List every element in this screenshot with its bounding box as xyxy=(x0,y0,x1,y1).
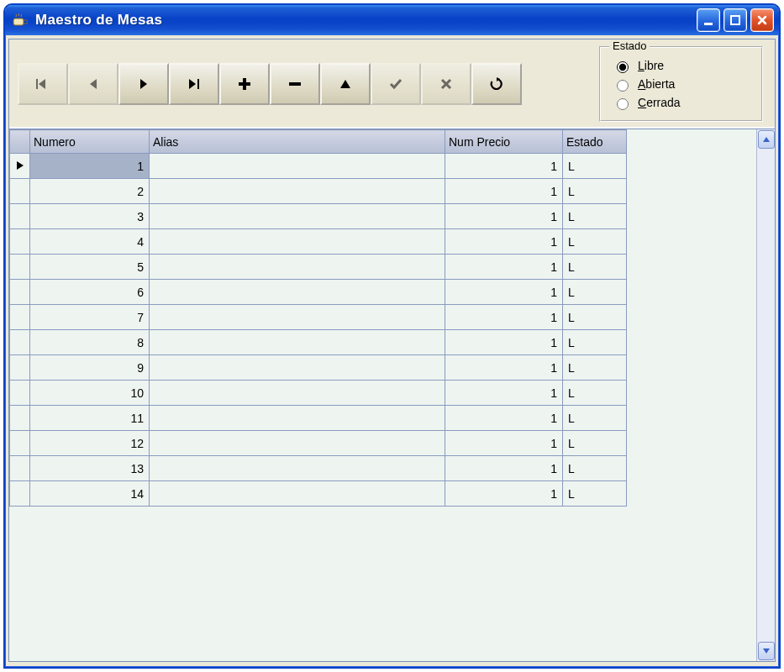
table-row[interactable]: 51L xyxy=(10,255,627,280)
cell-numero[interactable]: 1 xyxy=(30,154,150,179)
add-button[interactable] xyxy=(219,63,270,105)
cell-estado[interactable]: L xyxy=(563,305,627,330)
cell-alias[interactable] xyxy=(150,204,445,229)
row-indicator[interactable] xyxy=(10,204,30,229)
cell-numero[interactable]: 6 xyxy=(30,280,150,305)
first-button[interactable] xyxy=(18,63,68,105)
cell-numero[interactable]: 11 xyxy=(30,406,150,431)
cell-num_precio[interactable]: 1 xyxy=(445,481,563,507)
cell-alias[interactable] xyxy=(150,229,445,255)
cell-estado[interactable]: L xyxy=(563,381,627,406)
cell-alias[interactable] xyxy=(150,179,445,204)
remove-button[interactable] xyxy=(270,63,320,105)
cell-numero[interactable]: 7 xyxy=(30,305,150,330)
cell-numero[interactable]: 8 xyxy=(30,330,150,355)
cell-numero[interactable]: 3 xyxy=(30,204,150,229)
cell-num_precio[interactable]: 1 xyxy=(445,330,563,355)
row-indicator[interactable] xyxy=(10,406,30,431)
estado-radio-l[interactable] xyxy=(617,61,629,73)
row-indicator[interactable] xyxy=(10,154,30,179)
refresh-button[interactable] xyxy=(471,63,522,105)
confirm-button[interactable] xyxy=(371,63,421,105)
cell-alias[interactable] xyxy=(150,330,445,355)
cell-alias[interactable] xyxy=(150,280,445,305)
cell-num_precio[interactable]: 1 xyxy=(445,305,563,330)
cell-estado[interactable]: L xyxy=(563,456,627,481)
table-row[interactable]: 71L xyxy=(10,305,627,330)
table-row[interactable]: 101L xyxy=(10,381,627,406)
cell-estado[interactable]: L xyxy=(563,355,627,381)
row-indicator[interactable] xyxy=(10,456,30,481)
cell-alias[interactable] xyxy=(150,255,445,280)
cell-num_precio[interactable]: 1 xyxy=(445,431,563,456)
cell-estado[interactable]: L xyxy=(563,481,627,507)
cell-num_precio[interactable]: 1 xyxy=(445,229,563,255)
row-indicator[interactable] xyxy=(10,280,30,305)
close-button[interactable] xyxy=(750,8,774,32)
cancel-button[interactable] xyxy=(421,63,471,105)
cell-alias[interactable] xyxy=(150,456,445,481)
cell-numero[interactable]: 2 xyxy=(30,179,150,204)
header-estado[interactable]: Estado xyxy=(563,130,627,154)
cell-numero[interactable]: 13 xyxy=(30,456,150,481)
header-alias[interactable]: Alias xyxy=(150,130,445,154)
cell-alias[interactable] xyxy=(150,431,445,456)
last-button[interactable] xyxy=(169,63,219,105)
next-button[interactable] xyxy=(118,63,169,105)
maximize-button[interactable] xyxy=(723,8,747,32)
cell-num_precio[interactable]: 1 xyxy=(445,179,563,204)
header-indicator[interactable] xyxy=(10,130,30,154)
row-indicator[interactable] xyxy=(10,255,30,280)
cell-numero[interactable]: 14 xyxy=(30,481,150,507)
vertical-scrollbar[interactable] xyxy=(756,129,775,661)
cell-num_precio[interactable]: 1 xyxy=(445,355,563,381)
row-indicator[interactable] xyxy=(10,179,30,204)
table-row[interactable]: 61L xyxy=(10,280,627,305)
cell-estado[interactable]: L xyxy=(563,154,627,179)
cell-estado[interactable]: L xyxy=(563,255,627,280)
cell-num_precio[interactable]: 1 xyxy=(445,204,563,229)
table-row[interactable]: 111L xyxy=(10,406,627,431)
row-indicator[interactable] xyxy=(10,305,30,330)
cell-numero[interactable]: 4 xyxy=(30,229,150,255)
cell-numero[interactable]: 5 xyxy=(30,255,150,280)
cell-alias[interactable] xyxy=(150,305,445,330)
cell-estado[interactable]: L xyxy=(563,229,627,255)
cell-alias[interactable] xyxy=(150,481,445,507)
cell-numero[interactable]: 10 xyxy=(30,381,150,406)
cell-alias[interactable] xyxy=(150,406,445,431)
table-row[interactable]: 131L xyxy=(10,456,627,481)
data-grid[interactable]: NumeroAliasNum PrecioEstado 11L21L31L41L… xyxy=(9,129,627,507)
minimize-button[interactable] xyxy=(697,8,720,32)
titlebar[interactable]: Maestro de Mesas xyxy=(5,5,779,35)
cell-estado[interactable]: L xyxy=(563,330,627,355)
row-indicator[interactable] xyxy=(10,355,30,381)
scroll-up-button[interactable] xyxy=(758,130,775,149)
edit-button[interactable] xyxy=(320,63,371,105)
cell-estado[interactable]: L xyxy=(563,431,627,456)
cell-num_precio[interactable]: 1 xyxy=(445,280,563,305)
table-row[interactable]: 31L xyxy=(10,204,627,229)
table-row[interactable]: 11L xyxy=(10,154,627,179)
cell-alias[interactable] xyxy=(150,355,445,381)
cell-numero[interactable]: 12 xyxy=(30,431,150,456)
header-numero[interactable]: Numero xyxy=(30,130,150,154)
cell-num_precio[interactable]: 1 xyxy=(445,255,563,280)
prev-button[interactable] xyxy=(68,63,118,105)
row-indicator[interactable] xyxy=(10,330,30,355)
estado-option-c[interactable]: Cerrada xyxy=(613,93,750,112)
estado-radio-c[interactable] xyxy=(617,98,629,110)
cell-num_precio[interactable]: 1 xyxy=(445,456,563,481)
table-row[interactable]: 81L xyxy=(10,330,627,355)
row-indicator[interactable] xyxy=(10,381,30,406)
table-row[interactable]: 91L xyxy=(10,355,627,381)
cell-num_precio[interactable]: 1 xyxy=(445,406,563,431)
scroll-down-button[interactable] xyxy=(758,642,775,660)
table-row[interactable]: 141L xyxy=(10,481,627,507)
estado-option-l[interactable]: Libre xyxy=(613,56,750,75)
header-num_precio[interactable]: Num Precio xyxy=(445,130,563,154)
cell-estado[interactable]: L xyxy=(563,280,627,305)
estado-option-a[interactable]: Abierta xyxy=(613,75,750,93)
cell-numero[interactable]: 9 xyxy=(30,355,150,381)
cell-estado[interactable]: L xyxy=(563,406,627,431)
